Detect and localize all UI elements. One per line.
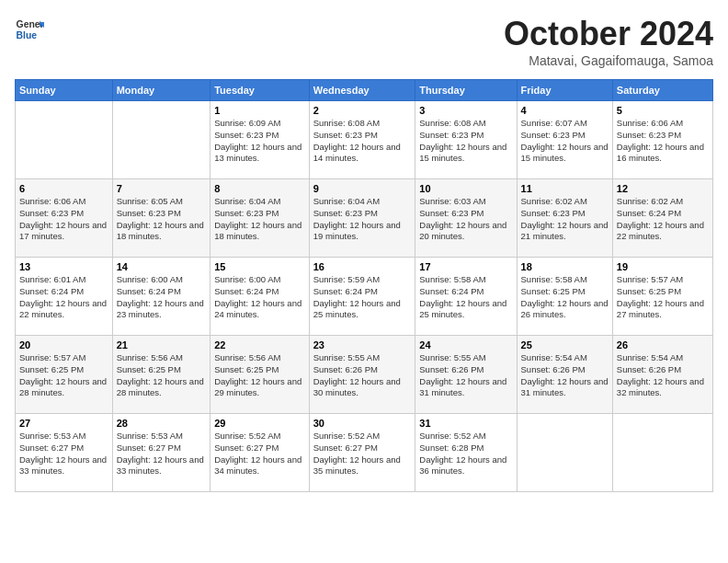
calendar-cell: 15Sunrise: 6:00 AMSunset: 6:24 PMDayligh… (210, 258, 310, 336)
day-info: Sunrise: 5:54 AMSunset: 6:26 PMDaylight:… (617, 352, 709, 399)
title-area: October 2024 Matavai, Gagaifomauga, Samo… (504, 15, 713, 68)
calendar-cell: 19Sunrise: 5:57 AMSunset: 6:25 PMDayligh… (612, 258, 712, 336)
calendar-week-row: 1Sunrise: 6:09 AMSunset: 6:23 PMDaylight… (16, 101, 713, 179)
calendar-cell: 29Sunrise: 5:52 AMSunset: 6:27 PMDayligh… (210, 414, 310, 492)
weekday-header: Wednesday (309, 80, 415, 101)
day-info: Sunrise: 6:01 AMSunset: 6:24 PMDaylight:… (19, 274, 108, 321)
day-number: 4 (521, 105, 609, 116)
calendar-cell: 4Sunrise: 6:07 AMSunset: 6:23 PMDaylight… (517, 101, 612, 179)
calendar-cell (612, 414, 712, 492)
day-number: 10 (419, 183, 512, 194)
day-number: 22 (214, 339, 305, 350)
day-info: Sunrise: 5:53 AMSunset: 6:27 PMDaylight:… (117, 431, 207, 477)
day-number: 31 (419, 418, 512, 429)
calendar-cell: 8Sunrise: 6:04 AMSunset: 6:23 PMDaylight… (210, 179, 310, 258)
day-info: Sunrise: 6:02 AMSunset: 6:23 PMDaylight:… (521, 196, 609, 243)
day-number: 5 (617, 105, 709, 116)
day-number: 15 (214, 261, 305, 272)
day-number: 11 (521, 183, 609, 194)
calendar-week-row: 20Sunrise: 5:57 AMSunset: 6:25 PMDayligh… (16, 336, 713, 414)
weekday-header: Tuesday (210, 80, 310, 101)
calendar-cell (16, 101, 113, 179)
day-number: 21 (117, 339, 207, 350)
day-info: Sunrise: 5:52 AMSunset: 6:27 PMDaylight:… (214, 431, 305, 477)
day-number: 6 (19, 183, 108, 194)
calendar-cell: 27Sunrise: 5:53 AMSunset: 6:27 PMDayligh… (16, 414, 113, 492)
calendar-cell: 2Sunrise: 6:08 AMSunset: 6:23 PMDaylight… (309, 101, 415, 179)
weekday-header: Sunday (16, 80, 113, 101)
day-info: Sunrise: 5:57 AMSunset: 6:25 PMDaylight:… (19, 352, 108, 399)
day-info: Sunrise: 6:08 AMSunset: 6:23 PMDaylight:… (313, 118, 412, 165)
weekday-header: Friday (517, 80, 612, 101)
day-info: Sunrise: 5:56 AMSunset: 6:25 PMDaylight:… (214, 352, 305, 399)
calendar-cell: 25Sunrise: 5:54 AMSunset: 6:26 PMDayligh… (517, 336, 612, 414)
calendar-cell: 10Sunrise: 6:03 AMSunset: 6:23 PMDayligh… (415, 179, 517, 258)
calendar-cell: 3Sunrise: 6:08 AMSunset: 6:23 PMDaylight… (415, 101, 517, 179)
day-number: 16 (313, 261, 412, 272)
calendar-cell (112, 101, 210, 179)
day-info: Sunrise: 5:55 AMSunset: 6:26 PMDaylight:… (419, 352, 512, 399)
calendar-table: SundayMondayTuesdayWednesdayThursdayFrid… (15, 79, 713, 492)
day-number: 19 (617, 261, 709, 272)
day-info: Sunrise: 6:04 AMSunset: 6:23 PMDaylight:… (214, 196, 305, 243)
calendar-cell: 14Sunrise: 6:00 AMSunset: 6:24 PMDayligh… (112, 258, 210, 336)
calendar-cell: 20Sunrise: 5:57 AMSunset: 6:25 PMDayligh… (16, 336, 113, 414)
page-subtitle: Matavai, Gagaifomauga, Samoa (504, 53, 713, 68)
calendar-cell: 21Sunrise: 5:56 AMSunset: 6:25 PMDayligh… (112, 336, 210, 414)
svg-text:Blue: Blue (17, 30, 38, 40)
day-number: 17 (419, 261, 512, 272)
day-number: 1 (214, 105, 305, 116)
calendar-cell: 1Sunrise: 6:09 AMSunset: 6:23 PMDaylight… (210, 101, 310, 179)
calendar-cell: 9Sunrise: 6:04 AMSunset: 6:23 PMDaylight… (309, 179, 415, 258)
day-info: Sunrise: 6:05 AMSunset: 6:23 PMDaylight:… (117, 196, 207, 243)
day-number: 9 (313, 183, 412, 194)
day-number: 26 (617, 339, 709, 350)
page-header: General Blue October 2024 Matavai, Gagai… (15, 15, 713, 68)
calendar-cell: 12Sunrise: 6:02 AMSunset: 6:24 PMDayligh… (612, 179, 712, 258)
logo-icon: General Blue (15, 15, 44, 44)
day-number: 13 (19, 261, 108, 272)
calendar-cell: 23Sunrise: 5:55 AMSunset: 6:26 PMDayligh… (309, 336, 415, 414)
calendar-cell: 16Sunrise: 5:59 AMSunset: 6:24 PMDayligh… (309, 258, 415, 336)
day-info: Sunrise: 5:58 AMSunset: 6:25 PMDaylight:… (521, 274, 609, 321)
day-info: Sunrise: 6:04 AMSunset: 6:23 PMDaylight:… (313, 196, 412, 243)
calendar-cell: 17Sunrise: 5:58 AMSunset: 6:24 PMDayligh… (415, 258, 517, 336)
day-info: Sunrise: 6:08 AMSunset: 6:23 PMDaylight:… (419, 118, 512, 165)
day-number: 7 (117, 183, 207, 194)
calendar-cell: 13Sunrise: 6:01 AMSunset: 6:24 PMDayligh… (16, 258, 113, 336)
day-info: Sunrise: 5:55 AMSunset: 6:26 PMDaylight:… (313, 352, 412, 399)
calendar-week-row: 27Sunrise: 5:53 AMSunset: 6:27 PMDayligh… (16, 414, 713, 492)
logo: General Blue (15, 15, 44, 44)
calendar-cell (517, 414, 612, 492)
day-number: 27 (19, 418, 108, 429)
day-info: Sunrise: 6:02 AMSunset: 6:24 PMDaylight:… (617, 196, 709, 243)
calendar-cell: 26Sunrise: 5:54 AMSunset: 6:26 PMDayligh… (612, 336, 712, 414)
calendar-cell: 6Sunrise: 6:06 AMSunset: 6:23 PMDaylight… (16, 179, 113, 258)
day-number: 3 (419, 105, 512, 116)
day-number: 25 (521, 339, 609, 350)
calendar-cell: 24Sunrise: 5:55 AMSunset: 6:26 PMDayligh… (415, 336, 517, 414)
day-number: 29 (214, 418, 305, 429)
day-number: 18 (521, 261, 609, 272)
day-info: Sunrise: 5:54 AMSunset: 6:26 PMDaylight:… (521, 352, 609, 399)
day-number: 8 (214, 183, 305, 194)
day-number: 24 (419, 339, 512, 350)
calendar-cell: 30Sunrise: 5:52 AMSunset: 6:27 PMDayligh… (309, 414, 415, 492)
day-info: Sunrise: 6:09 AMSunset: 6:23 PMDaylight:… (214, 118, 305, 165)
weekday-header: Monday (112, 80, 210, 101)
calendar-cell: 31Sunrise: 5:52 AMSunset: 6:28 PMDayligh… (415, 414, 517, 492)
calendar-cell: 28Sunrise: 5:53 AMSunset: 6:27 PMDayligh… (112, 414, 210, 492)
day-info: Sunrise: 6:06 AMSunset: 6:23 PMDaylight:… (19, 196, 108, 243)
day-info: Sunrise: 5:53 AMSunset: 6:27 PMDaylight:… (19, 431, 108, 477)
day-info: Sunrise: 5:58 AMSunset: 6:24 PMDaylight:… (419, 274, 512, 321)
calendar-cell: 22Sunrise: 5:56 AMSunset: 6:25 PMDayligh… (210, 336, 310, 414)
day-info: Sunrise: 6:00 AMSunset: 6:24 PMDaylight:… (214, 274, 305, 321)
day-info: Sunrise: 5:59 AMSunset: 6:24 PMDaylight:… (313, 274, 412, 321)
day-number: 23 (313, 339, 412, 350)
day-number: 14 (117, 261, 207, 272)
day-info: Sunrise: 6:06 AMSunset: 6:23 PMDaylight:… (617, 118, 709, 165)
day-info: Sunrise: 5:52 AMSunset: 6:28 PMDaylight:… (419, 431, 512, 477)
calendar-cell: 5Sunrise: 6:06 AMSunset: 6:23 PMDaylight… (612, 101, 712, 179)
calendar-cell: 7Sunrise: 6:05 AMSunset: 6:23 PMDaylight… (112, 179, 210, 258)
calendar-week-row: 13Sunrise: 6:01 AMSunset: 6:24 PMDayligh… (16, 258, 713, 336)
